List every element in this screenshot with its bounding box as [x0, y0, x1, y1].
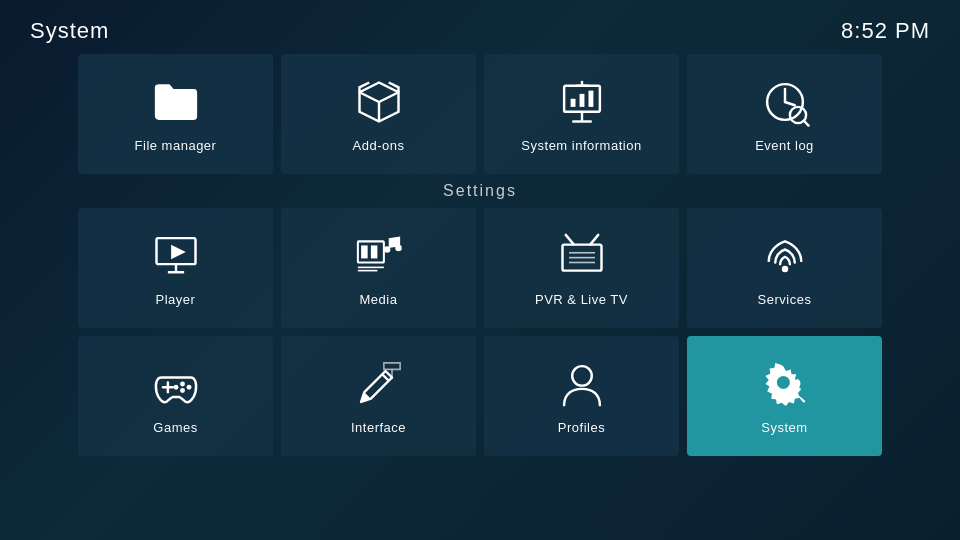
system-info-icon [556, 76, 608, 128]
svg-rect-2 [579, 93, 584, 106]
tile-file-manager[interactable]: File manager [78, 54, 273, 174]
svg-rect-1 [570, 98, 575, 106]
svg-point-39 [572, 366, 592, 386]
svg-line-25 [565, 234, 573, 244]
svg-rect-18 [361, 245, 368, 258]
tile-media-label: Media [360, 292, 398, 307]
tile-system[interactable]: System [687, 336, 882, 456]
tile-profiles[interactable]: Profiles [484, 336, 679, 456]
svg-point-33 [180, 381, 185, 386]
svg-line-26 [590, 234, 598, 244]
folder-icon [150, 76, 202, 128]
svg-rect-19 [370, 245, 377, 258]
tile-system-information[interactable]: System information [484, 54, 679, 174]
clock: 8:52 PM [841, 18, 930, 44]
tile-file-manager-label: File manager [135, 138, 217, 153]
system-icon [759, 358, 811, 410]
interface-icon [353, 358, 405, 410]
profiles-icon [556, 358, 608, 410]
media-icon [353, 230, 405, 282]
tile-media[interactable]: Media [281, 208, 476, 328]
player-icon [150, 230, 202, 282]
pvr-icon [556, 230, 608, 282]
svg-line-37 [382, 374, 389, 381]
svg-marker-14 [171, 244, 186, 259]
tile-event-log[interactable]: Event log [687, 54, 882, 174]
settings-row-1: Player Media [0, 208, 960, 328]
games-icon [150, 358, 202, 410]
svg-line-10 [785, 102, 795, 105]
svg-point-35 [180, 388, 185, 393]
event-log-icon [759, 76, 811, 128]
svg-point-30 [781, 265, 788, 272]
svg-point-36 [173, 384, 178, 389]
tile-system-label: System [761, 420, 807, 435]
svg-point-21 [395, 244, 402, 251]
tile-event-log-label: Event log [755, 138, 814, 153]
tile-system-information-label: System information [521, 138, 641, 153]
tile-add-ons[interactable]: Add-ons [281, 54, 476, 174]
svg-point-34 [186, 384, 191, 389]
tile-player-label: Player [156, 292, 196, 307]
tile-services-label: Services [758, 292, 812, 307]
svg-rect-3 [588, 90, 593, 106]
svg-point-20 [383, 246, 390, 253]
tile-interface[interactable]: Interface [281, 336, 476, 456]
tile-player[interactable]: Player [78, 208, 273, 328]
services-icon [759, 230, 811, 282]
tile-services[interactable]: Services [687, 208, 882, 328]
tile-pvr-live-tv[interactable]: PVR & Live TV [484, 208, 679, 328]
tile-profiles-label: Profiles [558, 420, 605, 435]
page-title: System [30, 18, 109, 44]
svg-point-41 [776, 375, 789, 388]
top-tiles-row: File manager Add-ons [0, 54, 960, 174]
addons-icon [353, 76, 405, 128]
tile-games-label: Games [153, 420, 197, 435]
tile-interface-label: Interface [351, 420, 406, 435]
tile-pvr-live-tv-label: PVR & Live TV [535, 292, 628, 307]
settings-row-2: Games Interface Profiles [0, 336, 960, 456]
header: System 8:52 PM [0, 0, 960, 54]
tile-add-ons-label: Add-ons [353, 138, 405, 153]
svg-line-12 [803, 120, 808, 125]
settings-label: Settings [0, 182, 960, 200]
tile-games[interactable]: Games [78, 336, 273, 456]
